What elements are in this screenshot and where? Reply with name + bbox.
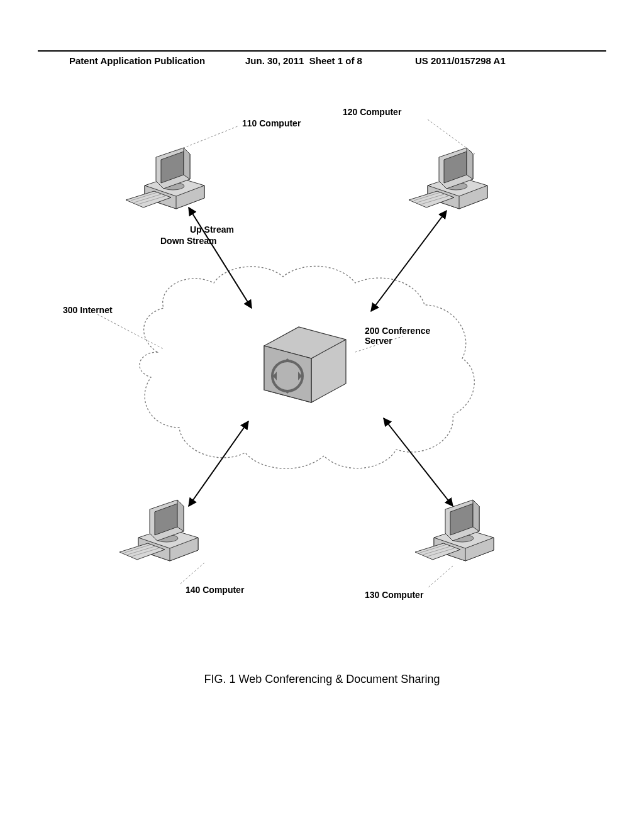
label-downstream: Down Stream <box>160 236 216 246</box>
leader-internet <box>97 314 164 349</box>
link-130-server <box>384 418 453 506</box>
figure-caption: FIG. 1 Web Conferencing & Document Shari… <box>0 673 644 686</box>
computer-130-icon <box>415 500 494 561</box>
label-140: 140 Computer <box>186 585 244 595</box>
leader-110 <box>176 126 239 151</box>
header-date-sheet: Jun. 30, 2011 Sheet 1 of 8 <box>245 55 362 66</box>
server-icon <box>264 327 346 402</box>
network-diagram: 110 Computer 120 Computer 300 Internet 1… <box>63 101 579 635</box>
link-120-server <box>371 211 447 311</box>
leader-140 <box>179 563 204 585</box>
label-internet: 300 Internet <box>63 305 113 315</box>
label-upstream: Up Stream <box>190 224 234 235</box>
diagram-svg <box>63 101 579 635</box>
label-120: 120 Computer <box>343 107 401 117</box>
link-110-server <box>189 208 252 308</box>
computer-140-icon <box>119 500 198 561</box>
label-110: 110 Computer <box>242 118 301 128</box>
header-rule <box>38 50 606 52</box>
label-server: 200 Conference Server <box>365 326 447 346</box>
label-130: 130 Computer <box>365 590 423 600</box>
link-140-server <box>189 421 248 506</box>
computer-120-icon <box>409 148 487 209</box>
header-pubno: US 2011/0157298 A1 <box>415 55 506 66</box>
leader-120 <box>428 119 475 154</box>
leader-130 <box>428 566 453 588</box>
header-publication: Patent Application Publication <box>69 55 205 66</box>
computer-110-icon <box>126 148 204 209</box>
